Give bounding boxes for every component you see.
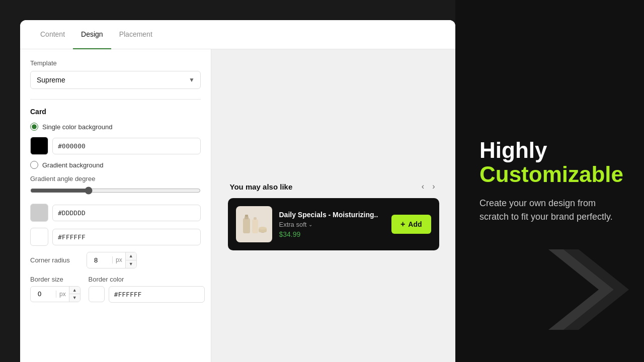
preview-header: You may also like ‹ › [228, 181, 439, 192]
border-size-stepper: ▲ ▼ [69, 287, 80, 302]
gradient-color2-input[interactable] [52, 229, 201, 245]
variant-chevron-icon: ⌄ [308, 222, 312, 227]
svg-rect-0 [243, 218, 250, 233]
svg-point-7 [259, 227, 267, 230]
template-select[interactable]: Supreme Classic Modern Minimal [30, 71, 201, 89]
product-image-svg [239, 209, 269, 239]
decoration-svg [533, 239, 634, 340]
right-title: Highly Customizable [479, 138, 620, 187]
border-row: Border size px ▲ ▼ Border color [30, 276, 201, 303]
gradient-color1-swatch[interactable] [30, 204, 48, 222]
gradient-color1-row [30, 204, 201, 222]
product-variant: Extra soft ⌄ [279, 221, 384, 228]
product-price: $34.99 [279, 230, 384, 238]
border-size-input-wrapper: px ▲ ▼ [30, 286, 80, 303]
tab-content[interactable]: Content [32, 20, 73, 49]
right-title-line2: Customizable [479, 162, 620, 187]
template-select-wrapper: Supreme Classic Modern Minimal ▼ [30, 71, 201, 89]
border-size-input[interactable] [31, 287, 56, 301]
main-content: Template Supreme Classic Modern Minimal … [20, 49, 455, 362]
product-image [236, 206, 272, 242]
right-title-line1: Highly [479, 138, 620, 162]
preview-container: You may also like ‹ › [228, 181, 439, 250]
product-name: Daily Specials - Moisturizing.. [279, 211, 384, 219]
single-color-swatch[interactable] [30, 137, 48, 155]
border-color-field: Border color [89, 276, 205, 303]
gradient-color2-swatch[interactable] [30, 228, 48, 246]
plus-icon: + [400, 220, 405, 229]
corner-radius-row: Corner radius px ▲ ▼ [30, 252, 201, 268]
gradient-radio[interactable] [30, 161, 38, 169]
single-color-row [30, 137, 201, 155]
gradient-color1-input[interactable] [52, 205, 201, 221]
template-section: Template Supreme Classic Modern Minimal … [30, 59, 201, 89]
design-sidebar: Template Supreme Classic Modern Minimal … [20, 49, 211, 362]
right-panel: Highly Customizable Create your own desi… [455, 0, 644, 362]
product-card: Daily Specials - Moisturizing.. Extra so… [228, 198, 439, 250]
tabs: Content Design Placement [20, 20, 455, 49]
border-color-row [89, 286, 205, 303]
gradient-option[interactable]: Gradient background [30, 161, 201, 169]
border-color-swatch[interactable] [89, 286, 105, 302]
preview-area: You may also like ‹ › [211, 49, 455, 362]
gradient-angle-label: Gradient angle degree [30, 175, 201, 183]
prev-arrow[interactable]: ‹ [420, 181, 426, 192]
border-size-unit: px [56, 291, 69, 298]
next-arrow[interactable]: › [430, 181, 437, 192]
corner-radius-label: Corner radius [30, 256, 80, 264]
svg-rect-4 [254, 217, 257, 220]
left-panel: Content Design Placement Template Suprem… [20, 20, 455, 362]
border-size-label: Border size [30, 276, 80, 283]
corner-radius-unit: px [112, 256, 125, 263]
border-size-down[interactable]: ▼ [69, 294, 80, 302]
svg-rect-2 [245, 215, 248, 217]
card-section-title: Card [30, 108, 201, 116]
corner-radius-input[interactable] [87, 253, 112, 267]
template-label: Template [30, 59, 201, 67]
divider [30, 99, 201, 100]
gradient-color2-row [30, 228, 201, 246]
gradient-angle-slider[interactable] [30, 187, 201, 195]
corner-radius-up[interactable]: ▲ [126, 252, 136, 260]
bg-decoration [533, 239, 634, 342]
right-description: Create your own design from scratch to f… [479, 197, 620, 224]
product-info: Daily Specials - Moisturizing.. Extra so… [279, 211, 384, 238]
border-size-up[interactable]: ▲ [69, 287, 80, 295]
svg-rect-3 [252, 219, 258, 233]
border-color-label: Border color [89, 276, 205, 283]
tab-design[interactable]: Design [73, 20, 111, 49]
border-color-input[interactable] [109, 286, 205, 303]
tab-placement[interactable]: Placement [111, 20, 160, 49]
single-color-label: Single color background [42, 123, 112, 131]
add-to-cart-button[interactable]: + Add [391, 215, 431, 234]
preview-title: You may also like [230, 183, 293, 191]
gradient-label-text: Gradient background [42, 161, 103, 169]
border-size-field: Border size px ▲ ▼ [30, 276, 80, 303]
corner-radius-input-wrapper: px ▲ ▼ [87, 252, 137, 268]
add-button-label: Add [408, 220, 422, 228]
single-color-input[interactable] [52, 138, 201, 154]
gradient-angle-slider-container [30, 187, 201, 197]
nav-arrows: ‹ › [420, 181, 437, 192]
corner-radius-down[interactable]: ▼ [126, 260, 136, 268]
single-color-option[interactable]: Single color background [30, 123, 201, 131]
single-color-radio[interactable] [30, 123, 38, 131]
corner-radius-stepper: ▲ ▼ [125, 252, 136, 268]
